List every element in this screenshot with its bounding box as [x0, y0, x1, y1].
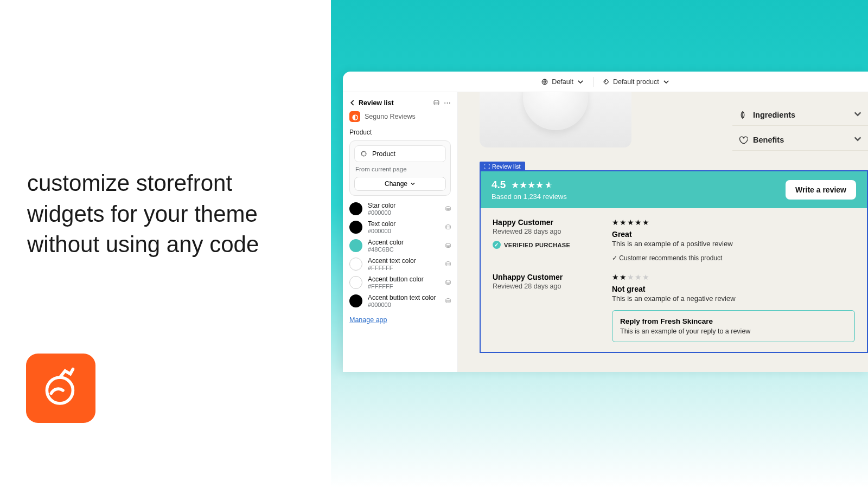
review-stars: ★★★★★	[612, 273, 855, 281]
database-icon[interactable]: ⛁	[445, 223, 451, 231]
review-header: 4.5 ★★★★★★ Based on 1,234 reviews Write …	[481, 171, 867, 208]
review-item: Unhappy Customer Reviewed 28 days ago★★★…	[493, 273, 855, 342]
review-date: Reviewed 28 days ago	[493, 228, 590, 235]
accordion-label: Ingredients	[753, 111, 795, 119]
color-swatch	[349, 276, 362, 289]
color-hex: #FFFFFF	[368, 283, 440, 290]
color-row[interactable]: Text color#000000 ⛁	[349, 219, 451, 236]
color-swatch	[349, 239, 362, 252]
color-hex: #000000	[368, 301, 440, 308]
reviewer-name: Unhappy Customer	[493, 273, 590, 281]
svg-point-2	[605, 80, 606, 81]
section-label: Product	[349, 129, 451, 136]
color-row[interactable]: Accent text color#FFFFFF ⛁	[349, 255, 451, 273]
rating-stars: ★★★★★★	[511, 179, 554, 191]
color-row[interactable]: Star color#000000 ⛁	[349, 200, 451, 217]
color-hex: #000000	[368, 209, 440, 216]
recommends-label: ✓ Customer recommends this product	[612, 254, 855, 262]
review-count: Based on 1,234 reviews	[492, 192, 567, 201]
color-hex: #48C6BC	[368, 246, 440, 253]
rating-score: 4.5	[492, 179, 506, 191]
database-icon[interactable]: ⛁	[445, 205, 451, 213]
hero-headline: customize storefront widgets for your th…	[27, 168, 304, 260]
color-row[interactable]: Accent button text color#000000 ⛁	[349, 292, 451, 310]
accordion-group: Ingredients Benefits	[732, 104, 868, 151]
app-label: ◐ Seguno Reviews	[349, 111, 451, 122]
color-swatch	[349, 258, 362, 271]
review-body: This is an example of a negative review	[612, 294, 855, 303]
color-row[interactable]: Accent color#48C6BC ⛁	[349, 237, 451, 254]
review-widget: 4.5 ★★★★★★ Based on 1,234 reviews Write …	[480, 170, 868, 353]
accordion-label: Benefits	[753, 136, 784, 144]
product-selector[interactable]: Default product	[602, 78, 670, 86]
review-body: This is an example of a positive review	[612, 240, 855, 248]
color-name: Accent color	[368, 239, 440, 246]
chevron-down-icon	[853, 134, 863, 145]
color-name: Accent button color	[368, 275, 440, 283]
review-reply: Reply from Fresh SkincareThis is an exam…	[612, 310, 855, 342]
write-review-button[interactable]: Write a review	[786, 180, 856, 200]
database-icon[interactable]: ⛁	[445, 260, 451, 268]
database-icon[interactable]: ⛁	[445, 297, 451, 305]
chevron-down-icon	[853, 109, 863, 120]
more-icon[interactable]: ⋯	[444, 99, 451, 107]
color-swatch	[349, 221, 362, 234]
preview-canvas: Ingredients Benefits ⛶ Review list 4.5 ★…	[458, 92, 868, 372]
back-button[interactable]: Review list	[349, 99, 394, 107]
color-hex: #FFFFFF	[368, 265, 440, 271]
verified-badge: ✓VERIFIED PURCHASE	[493, 241, 590, 249]
color-list: Star color#000000 ⛁ Text color#000000 ⛁ …	[349, 200, 451, 310]
color-swatch	[349, 294, 362, 307]
app-badge-icon: ◐	[349, 111, 360, 122]
accordion-row[interactable]: Benefits	[732, 129, 868, 151]
product-image	[480, 92, 631, 147]
product-card: Product From current page Change	[349, 140, 451, 196]
product-chip[interactable]: Product	[354, 145, 446, 162]
brand-logo	[26, 354, 95, 423]
color-hex: #000000	[368, 228, 440, 234]
editor-window: Default Default product Review list ⛁	[343, 72, 868, 372]
review-title: Not great	[612, 285, 855, 293]
color-name: Star color	[368, 202, 440, 209]
color-name: Accent text color	[368, 257, 440, 265]
review-stars: ★★★★★	[612, 218, 855, 227]
database-icon[interactable]: ⛁	[433, 99, 439, 107]
settings-sidebar: Review list ⛁ ⋯ ◐ Seguno Reviews Product…	[343, 92, 458, 372]
product-source-label: From current page	[355, 166, 446, 172]
review-item: Happy Customer Reviewed 28 days ago✓VERI…	[493, 218, 855, 262]
theme-selector[interactable]: Default	[541, 78, 584, 86]
color-name: Text color	[368, 220, 440, 228]
review-title: Great	[612, 230, 855, 239]
reviewer-name: Happy Customer	[493, 218, 590, 227]
manage-app-link[interactable]: Manage app	[349, 316, 451, 324]
review-date: Reviewed 28 days ago	[493, 282, 590, 290]
database-icon[interactable]: ⛁	[445, 279, 451, 286]
color-swatch	[349, 202, 362, 215]
change-button[interactable]: Change	[354, 177, 446, 191]
color-name: Accent button text color	[368, 294, 440, 301]
database-icon[interactable]: ⛁	[445, 242, 451, 249]
color-row[interactable]: Accent button color#FFFFFF ⛁	[349, 274, 451, 291]
accordion-row[interactable]: Ingredients	[732, 104, 868, 126]
editor-topbar: Default Default product	[343, 72, 868, 92]
